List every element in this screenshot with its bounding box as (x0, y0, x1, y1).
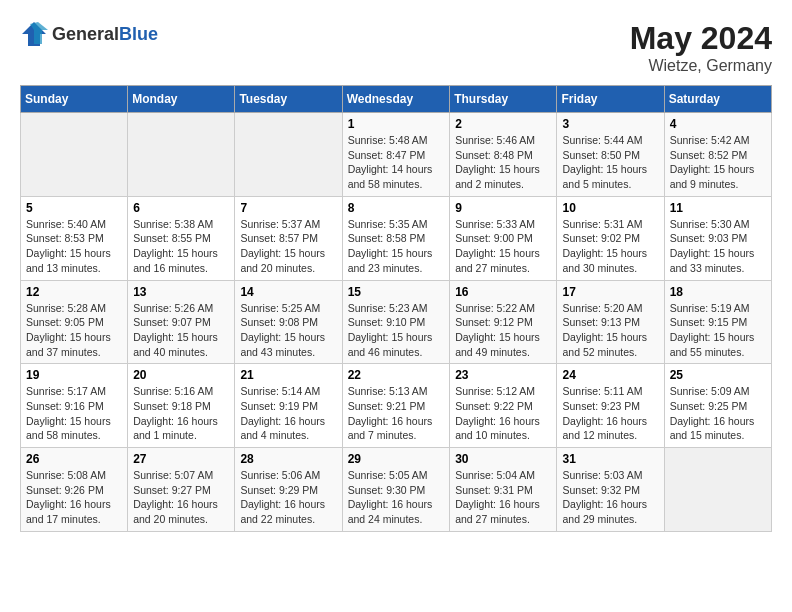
calendar-cell: 19Sunrise: 5:17 AM Sunset: 9:16 PM Dayli… (21, 364, 128, 448)
calendar-cell: 9Sunrise: 5:33 AM Sunset: 9:00 PM Daylig… (450, 196, 557, 280)
calendar-cell: 3Sunrise: 5:44 AM Sunset: 8:50 PM Daylig… (557, 113, 664, 197)
day-number: 17 (562, 285, 658, 299)
weekday-header-saturday: Saturday (664, 86, 771, 113)
calendar-cell: 22Sunrise: 5:13 AM Sunset: 9:21 PM Dayli… (342, 364, 450, 448)
day-info: Sunrise: 5:33 AM Sunset: 9:00 PM Dayligh… (455, 217, 551, 276)
day-info: Sunrise: 5:44 AM Sunset: 8:50 PM Dayligh… (562, 133, 658, 192)
day-number: 19 (26, 368, 122, 382)
day-info: Sunrise: 5:46 AM Sunset: 8:48 PM Dayligh… (455, 133, 551, 192)
weekday-header-friday: Friday (557, 86, 664, 113)
day-number: 15 (348, 285, 445, 299)
calendar-table: SundayMondayTuesdayWednesdayThursdayFrid… (20, 85, 772, 532)
day-info: Sunrise: 5:30 AM Sunset: 9:03 PM Dayligh… (670, 217, 766, 276)
day-number: 8 (348, 201, 445, 215)
day-info: Sunrise: 5:07 AM Sunset: 9:27 PM Dayligh… (133, 468, 229, 527)
calendar-cell (128, 113, 235, 197)
calendar-cell: 17Sunrise: 5:20 AM Sunset: 9:13 PM Dayli… (557, 280, 664, 364)
calendar-cell: 24Sunrise: 5:11 AM Sunset: 9:23 PM Dayli… (557, 364, 664, 448)
week-row-3: 12Sunrise: 5:28 AM Sunset: 9:05 PM Dayli… (21, 280, 772, 364)
day-info: Sunrise: 5:48 AM Sunset: 8:47 PM Dayligh… (348, 133, 445, 192)
weekday-header-thursday: Thursday (450, 86, 557, 113)
month-year: May 2024 (630, 20, 772, 57)
week-row-4: 19Sunrise: 5:17 AM Sunset: 9:16 PM Dayli… (21, 364, 772, 448)
day-number: 11 (670, 201, 766, 215)
day-number: 10 (562, 201, 658, 215)
calendar-cell: 11Sunrise: 5:30 AM Sunset: 9:03 PM Dayli… (664, 196, 771, 280)
page-header: GeneralBlue May 2024 Wietze, Germany (20, 20, 772, 75)
day-number: 2 (455, 117, 551, 131)
day-number: 29 (348, 452, 445, 466)
day-number: 14 (240, 285, 336, 299)
day-number: 23 (455, 368, 551, 382)
day-number: 26 (26, 452, 122, 466)
day-info: Sunrise: 5:22 AM Sunset: 9:12 PM Dayligh… (455, 301, 551, 360)
location: Wietze, Germany (630, 57, 772, 75)
week-row-2: 5Sunrise: 5:40 AM Sunset: 8:53 PM Daylig… (21, 196, 772, 280)
day-info: Sunrise: 5:12 AM Sunset: 9:22 PM Dayligh… (455, 384, 551, 443)
day-info: Sunrise: 5:25 AM Sunset: 9:08 PM Dayligh… (240, 301, 336, 360)
day-number: 4 (670, 117, 766, 131)
calendar-cell: 5Sunrise: 5:40 AM Sunset: 8:53 PM Daylig… (21, 196, 128, 280)
calendar-cell: 12Sunrise: 5:28 AM Sunset: 9:05 PM Dayli… (21, 280, 128, 364)
calendar-cell: 14Sunrise: 5:25 AM Sunset: 9:08 PM Dayli… (235, 280, 342, 364)
day-number: 20 (133, 368, 229, 382)
day-number: 13 (133, 285, 229, 299)
calendar-cell: 16Sunrise: 5:22 AM Sunset: 9:12 PM Dayli… (450, 280, 557, 364)
day-info: Sunrise: 5:16 AM Sunset: 9:18 PM Dayligh… (133, 384, 229, 443)
day-info: Sunrise: 5:23 AM Sunset: 9:10 PM Dayligh… (348, 301, 445, 360)
title-block: May 2024 Wietze, Germany (630, 20, 772, 75)
calendar-cell: 18Sunrise: 5:19 AM Sunset: 9:15 PM Dayli… (664, 280, 771, 364)
day-info: Sunrise: 5:03 AM Sunset: 9:32 PM Dayligh… (562, 468, 658, 527)
weekday-header-sunday: Sunday (21, 86, 128, 113)
day-number: 12 (26, 285, 122, 299)
day-number: 25 (670, 368, 766, 382)
day-info: Sunrise: 5:31 AM Sunset: 9:02 PM Dayligh… (562, 217, 658, 276)
day-number: 21 (240, 368, 336, 382)
week-row-5: 26Sunrise: 5:08 AM Sunset: 9:26 PM Dayli… (21, 448, 772, 532)
calendar-cell: 30Sunrise: 5:04 AM Sunset: 9:31 PM Dayli… (450, 448, 557, 532)
day-info: Sunrise: 5:13 AM Sunset: 9:21 PM Dayligh… (348, 384, 445, 443)
day-info: Sunrise: 5:06 AM Sunset: 9:29 PM Dayligh… (240, 468, 336, 527)
day-number: 1 (348, 117, 445, 131)
day-number: 24 (562, 368, 658, 382)
weekday-header-tuesday: Tuesday (235, 86, 342, 113)
day-number: 16 (455, 285, 551, 299)
calendar-cell: 8Sunrise: 5:35 AM Sunset: 8:58 PM Daylig… (342, 196, 450, 280)
day-number: 9 (455, 201, 551, 215)
day-number: 22 (348, 368, 445, 382)
day-info: Sunrise: 5:38 AM Sunset: 8:55 PM Dayligh… (133, 217, 229, 276)
calendar-cell (21, 113, 128, 197)
day-info: Sunrise: 5:19 AM Sunset: 9:15 PM Dayligh… (670, 301, 766, 360)
calendar-cell: 26Sunrise: 5:08 AM Sunset: 9:26 PM Dayli… (21, 448, 128, 532)
day-info: Sunrise: 5:35 AM Sunset: 8:58 PM Dayligh… (348, 217, 445, 276)
calendar-cell: 28Sunrise: 5:06 AM Sunset: 9:29 PM Dayli… (235, 448, 342, 532)
day-info: Sunrise: 5:28 AM Sunset: 9:05 PM Dayligh… (26, 301, 122, 360)
day-number: 18 (670, 285, 766, 299)
week-row-1: 1Sunrise: 5:48 AM Sunset: 8:47 PM Daylig… (21, 113, 772, 197)
day-number: 27 (133, 452, 229, 466)
calendar-cell: 1Sunrise: 5:48 AM Sunset: 8:47 PM Daylig… (342, 113, 450, 197)
day-info: Sunrise: 5:40 AM Sunset: 8:53 PM Dayligh… (26, 217, 122, 276)
day-info: Sunrise: 5:17 AM Sunset: 9:16 PM Dayligh… (26, 384, 122, 443)
weekday-header-row: SundayMondayTuesdayWednesdayThursdayFrid… (21, 86, 772, 113)
calendar-cell: 23Sunrise: 5:12 AM Sunset: 9:22 PM Dayli… (450, 364, 557, 448)
calendar-cell: 27Sunrise: 5:07 AM Sunset: 9:27 PM Dayli… (128, 448, 235, 532)
weekday-header-monday: Monday (128, 86, 235, 113)
day-number: 7 (240, 201, 336, 215)
day-info: Sunrise: 5:09 AM Sunset: 9:25 PM Dayligh… (670, 384, 766, 443)
day-info: Sunrise: 5:26 AM Sunset: 9:07 PM Dayligh… (133, 301, 229, 360)
day-info: Sunrise: 5:11 AM Sunset: 9:23 PM Dayligh… (562, 384, 658, 443)
calendar-cell (235, 113, 342, 197)
day-info: Sunrise: 5:05 AM Sunset: 9:30 PM Dayligh… (348, 468, 445, 527)
calendar-cell: 10Sunrise: 5:31 AM Sunset: 9:02 PM Dayli… (557, 196, 664, 280)
logo: GeneralBlue (20, 20, 158, 48)
calendar-cell: 20Sunrise: 5:16 AM Sunset: 9:18 PM Dayli… (128, 364, 235, 448)
day-number: 5 (26, 201, 122, 215)
calendar-cell: 15Sunrise: 5:23 AM Sunset: 9:10 PM Dayli… (342, 280, 450, 364)
calendar-cell: 25Sunrise: 5:09 AM Sunset: 9:25 PM Dayli… (664, 364, 771, 448)
calendar-cell: 29Sunrise: 5:05 AM Sunset: 9:30 PM Dayli… (342, 448, 450, 532)
calendar-cell: 31Sunrise: 5:03 AM Sunset: 9:32 PM Dayli… (557, 448, 664, 532)
weekday-header-wednesday: Wednesday (342, 86, 450, 113)
calendar-cell: 6Sunrise: 5:38 AM Sunset: 8:55 PM Daylig… (128, 196, 235, 280)
calendar-cell: 2Sunrise: 5:46 AM Sunset: 8:48 PM Daylig… (450, 113, 557, 197)
